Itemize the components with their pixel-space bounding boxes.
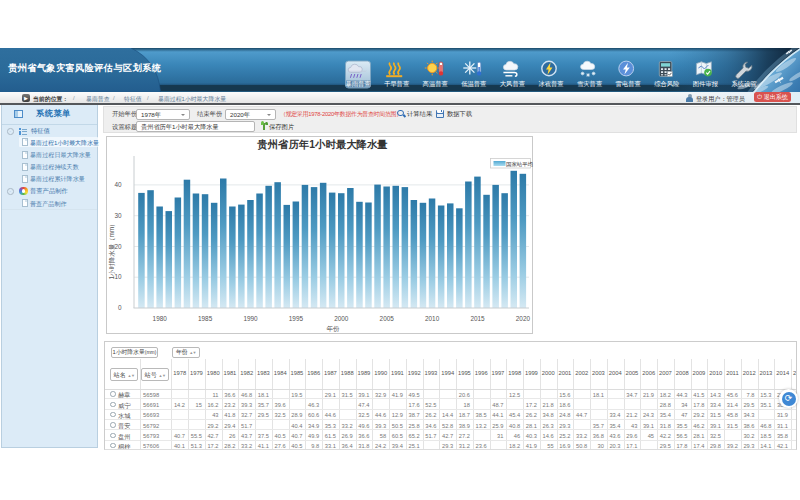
svg-text:2015: 2015 xyxy=(470,315,485,322)
svg-text:冰雹普查: 冰雹普查 xyxy=(538,80,563,88)
svg-text:国家站平均: 国家站平均 xyxy=(506,161,533,168)
svg-text:系统设置: 系统设置 xyxy=(731,80,757,88)
svg-text:0: 0 xyxy=(118,304,122,311)
svg-text:1995: 1995 xyxy=(289,315,304,322)
svg-text:30: 30 xyxy=(114,212,122,219)
svg-text:1980: 1980 xyxy=(153,315,168,322)
svg-text:1990: 1990 xyxy=(243,315,258,322)
svg-text:20: 20 xyxy=(114,243,122,250)
svg-text:2010: 2010 xyxy=(425,315,440,322)
svg-text:2000: 2000 xyxy=(334,315,349,322)
svg-text:10: 10 xyxy=(114,273,122,280)
svg-text:2020: 2020 xyxy=(516,315,531,322)
svg-text:图件审报: 图件审报 xyxy=(693,80,719,88)
svg-text:贵州省历年1小时最大降水量: 贵州省历年1小时最大降水量 xyxy=(256,138,387,151)
svg-text:1985: 1985 xyxy=(198,315,213,322)
svg-text:大风普查: 大风普查 xyxy=(500,80,525,88)
svg-text:40: 40 xyxy=(114,181,122,188)
svg-text:雷电普查: 雷电普查 xyxy=(616,80,641,88)
svg-text:低温普查: 低温普查 xyxy=(461,80,486,88)
svg-text:综合风险: 综合风险 xyxy=(654,80,680,88)
svg-text:雪灾普查: 雪灾普查 xyxy=(577,80,602,88)
svg-text:1小时降水量（mm）: 1小时降水量（mm） xyxy=(108,221,116,280)
svg-text:贵州省气象灾害风险评估与区划系统: 贵州省气象灾害风险评估与区划系统 xyxy=(8,62,162,73)
svg-text:干旱普查: 干旱普查 xyxy=(384,80,409,88)
svg-text:2005: 2005 xyxy=(380,315,395,322)
svg-text:高温普查: 高温普查 xyxy=(423,80,448,88)
svg-text:年份: 年份 xyxy=(326,325,340,333)
svg-text:暴雨普查: 暴雨普查 xyxy=(345,80,370,88)
